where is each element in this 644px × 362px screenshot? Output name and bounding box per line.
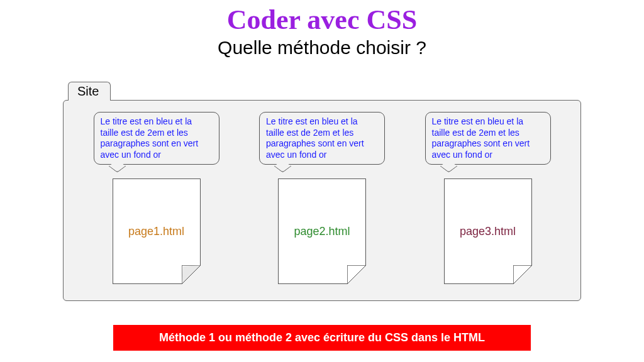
style-bubble: Le titre est en bleu et la taille est de… (94, 112, 219, 165)
page-label: page1.html (128, 225, 184, 238)
page-subtitle: Quelle méthode choisir ? (0, 37, 644, 58)
page-column: Le titre est en bleu et la taille est de… (414, 112, 562, 284)
page-fold-icon (347, 265, 366, 284)
page-fold-icon (182, 265, 201, 284)
page-title: Coder avec CSS (0, 4, 644, 36)
page-icon: page3.html (444, 178, 532, 284)
method-banner: Méthode 1 ou méthode 2 avec écriture du … (113, 325, 531, 351)
page-column: Le titre est en bleu et la taille est de… (82, 112, 230, 284)
page-fold-icon (513, 265, 532, 284)
style-bubble: Le titre est en bleu et la taille est de… (259, 112, 385, 165)
page-label: page2.html (294, 225, 350, 238)
style-bubble: Le titre est en bleu et la taille est de… (425, 112, 551, 165)
page-icon: page2.html (278, 178, 366, 284)
page-column: Le titre est en bleu et la taille est de… (248, 112, 396, 284)
page-label: page3.html (460, 225, 516, 238)
site-container: Site Le titre est en bleu et la taille e… (63, 82, 581, 301)
site-tab: Site (68, 82, 111, 101)
page-icon: page1.html (113, 178, 201, 284)
site-panel: Le titre est en bleu et la taille est de… (63, 100, 581, 301)
